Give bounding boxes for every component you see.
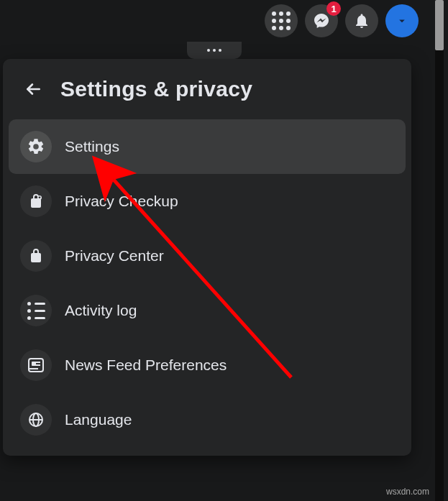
messenger-icon: [313, 12, 330, 29]
globe-icon: [20, 404, 52, 436]
menu-item-privacy-checkup[interactable]: Privacy Checkup: [9, 174, 406, 229]
panel-title: Settings & privacy: [60, 77, 252, 101]
menu-item-privacy-center[interactable]: Privacy Center: [9, 229, 406, 283]
lock-icon: [20, 240, 52, 272]
feed-icon: [20, 349, 52, 381]
watermark: wsxdn.com: [386, 487, 429, 497]
menu-item-label: Settings: [65, 138, 119, 155]
account-menu-button[interactable]: [385, 4, 419, 37]
gear-icon: [20, 131, 52, 162]
notifications-button[interactable]: [345, 4, 378, 37]
overflow-tab[interactable]: [187, 42, 242, 59]
back-button[interactable]: [19, 75, 47, 104]
messenger-badge: 1: [326, 1, 341, 16]
menu-item-label: Privacy Center: [65, 247, 164, 265]
messenger-button[interactable]: 1: [305, 4, 338, 37]
caret-down-icon: [396, 14, 408, 27]
panel-header: Settings & privacy: [3, 59, 411, 119]
list-icon: [20, 295, 52, 326]
bell-icon: [353, 12, 370, 29]
menu-item-settings[interactable]: Settings: [9, 119, 406, 174]
menu-item-label: Privacy Checkup: [65, 193, 178, 210]
menu-grid-button[interactable]: [265, 4, 298, 37]
dots-icon: [207, 49, 221, 52]
menu-item-news-feed-preferences[interactable]: News Feed Preferences: [9, 338, 406, 392]
menu-item-label: Language: [65, 411, 132, 428]
menu-item-label: Activity log: [65, 302, 137, 319]
menu-list: Settings Privacy Checkup Privacy Center: [3, 119, 411, 447]
menu-item-label: News Feed Preferences: [65, 357, 227, 374]
scrollbar-track[interactable]: [435, 0, 444, 501]
arrow-left-icon: [24, 80, 42, 98]
grid-icon: [272, 12, 291, 30]
menu-item-language[interactable]: Language: [9, 392, 406, 447]
scrollbar-thumb[interactable]: [435, 0, 444, 50]
menu-item-activity-log[interactable]: Activity log: [9, 283, 406, 338]
settings-privacy-panel: Settings & privacy Settings Privacy Chec…: [3, 59, 411, 456]
top-nav: 1: [0, 0, 431, 42]
lock-heart-icon: [20, 185, 52, 217]
